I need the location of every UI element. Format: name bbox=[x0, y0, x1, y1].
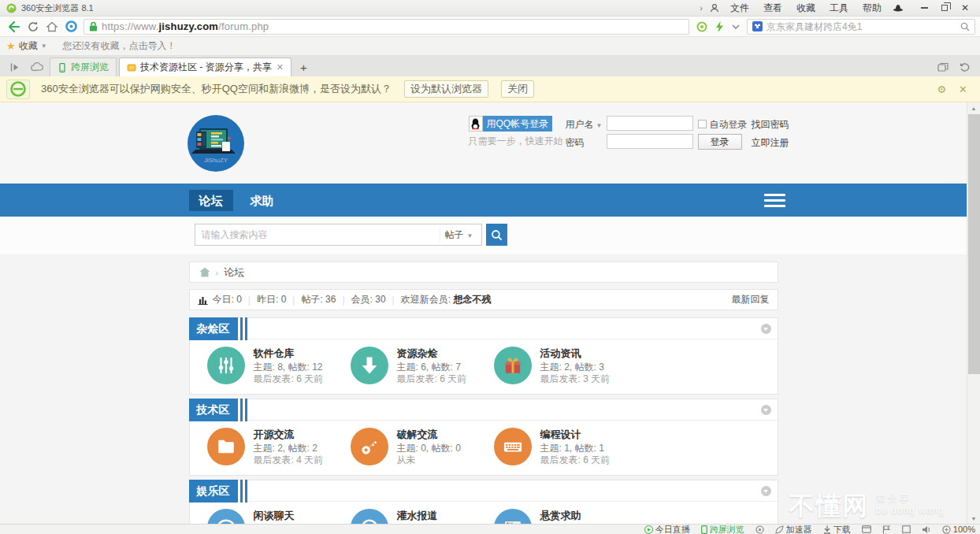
skin-icon[interactable] bbox=[889, 3, 908, 13]
notice-settings-icon[interactable]: ⚙ bbox=[930, 83, 952, 95]
latest-reply-link[interactable]: 最新回复 bbox=[732, 293, 770, 306]
section-collapse-icon[interactable] bbox=[761, 486, 771, 496]
url-text: https://www.jishuzy.com/forum.php bbox=[102, 20, 269, 32]
search-icon[interactable] bbox=[960, 22, 970, 32]
notice-dismiss-icon[interactable]: ✕ bbox=[952, 83, 974, 95]
forum-cracking[interactable]: 破解交流 主题: 0, 帖数: 0 从未 bbox=[351, 428, 494, 466]
section-collapse-icon[interactable] bbox=[761, 405, 771, 415]
scroll-down-icon[interactable]: ▼ bbox=[967, 513, 980, 524]
speed-icon[interactable] bbox=[711, 21, 728, 32]
cross-screen-button[interactable]: 跨屏浏览 bbox=[701, 524, 744, 534]
set-default-button[interactable]: 设为默认浏览器 bbox=[404, 80, 488, 98]
refresh-button[interactable] bbox=[24, 19, 43, 35]
key-icon bbox=[351, 428, 388, 465]
menu-file[interactable]: 文件 bbox=[723, 2, 756, 15]
tab-close-icon[interactable]: ✕ bbox=[277, 62, 284, 72]
username-input[interactable] bbox=[607, 116, 693, 131]
forum-section-fun: 娱乐区 闲谈聊天 bbox=[189, 480, 778, 524]
search-scope-dropdown[interactable]: 帖子▼ bbox=[440, 228, 481, 242]
site-logo[interactable]: JiShuZY bbox=[187, 115, 244, 172]
favorites-star-icon: ★ bbox=[6, 40, 16, 52]
download-button[interactable]: 下载 bbox=[823, 524, 851, 534]
reopen-tab-icon[interactable] bbox=[954, 57, 975, 76]
sidebar-toggle-icon[interactable] bbox=[5, 57, 25, 76]
tab-bar: 跨屏浏览 技术资源社区 - 资源分享，共享 ✕ + bbox=[0, 56, 980, 76]
flag-icon[interactable] bbox=[882, 525, 891, 534]
forum-chat[interactable]: 闲谈聊天 bbox=[207, 509, 351, 524]
notice-close-button[interactable]: 关闭 bbox=[501, 80, 534, 98]
login-button[interactable]: 登录 bbox=[698, 134, 742, 150]
auto-login-checkbox[interactable] bbox=[698, 120, 707, 128]
minimize-button[interactable] bbox=[914, 1, 934, 15]
360-browser-icon bbox=[6, 80, 30, 99]
breadcrumb-current[interactable]: 论坛 bbox=[224, 265, 244, 280]
cloud-sync-icon[interactable] bbox=[25, 57, 50, 76]
nav-forum[interactable]: 论坛 bbox=[189, 190, 233, 211]
bookmark-hint[interactable]: 您还没有收藏，点击导入！ bbox=[63, 39, 176, 53]
notification-bar: 360安全浏览器可以保护网购安全、秒开QQ空间和新浪微博，是否设为默认？ 设为默… bbox=[0, 76, 980, 102]
menu-help[interactable]: 帮助 bbox=[856, 2, 889, 15]
hamburger-icon[interactable] bbox=[764, 190, 785, 210]
windows-list-icon[interactable] bbox=[932, 57, 954, 76]
tab-cross-screen[interactable]: 跨屏浏览 bbox=[50, 57, 117, 76]
nav-help[interactable]: 求助 bbox=[240, 190, 284, 211]
speaker-icon[interactable] bbox=[922, 525, 931, 534]
forum-resources[interactable]: 资源杂烩 主题: 6, 帖数: 7 最后发表: 6 天前 bbox=[351, 347, 494, 385]
menu-view[interactable]: 查看 bbox=[756, 2, 789, 15]
forum-search-input[interactable] bbox=[195, 229, 440, 240]
tab-forum[interactable]: 技术资源社区 - 资源分享，共享 ✕ bbox=[119, 57, 291, 76]
forum-reward[interactable]: 悬赏求助 bbox=[494, 509, 637, 524]
quick-search-box[interactable] bbox=[747, 19, 975, 35]
360-wheel-icon[interactable] bbox=[61, 19, 80, 35]
password-input[interactable] bbox=[607, 134, 693, 149]
user-icon[interactable] bbox=[706, 3, 723, 13]
section-collapse-icon[interactable] bbox=[761, 324, 771, 334]
new-tab-button[interactable]: + bbox=[294, 57, 314, 76]
menu-favorites[interactable]: 收藏 bbox=[789, 2, 822, 15]
register-link[interactable]: 立即注册 bbox=[752, 136, 789, 150]
menu-tools[interactable]: 工具 bbox=[822, 2, 856, 15]
forum-programming[interactable]: 编程设计 主题: 1, 帖数: 1 最后发表: 6 天前 bbox=[494, 428, 637, 466]
site-header: JiShuZY 用QQ帐号登录 只需要一步，快速开始 用户名▼ 自动登录 找回密… bbox=[0, 102, 967, 184]
home-icon[interactable] bbox=[199, 267, 210, 277]
dropdown-caret-icon[interactable] bbox=[728, 24, 744, 29]
section-label[interactable]: 杂烩区 bbox=[189, 317, 238, 340]
hand-icon[interactable] bbox=[755, 525, 764, 534]
qq-login-button[interactable]: 用QQ帐号登录 bbox=[469, 116, 553, 132]
close-button[interactable]: ✕ bbox=[955, 1, 975, 15]
forum-search-button[interactable] bbox=[486, 224, 507, 246]
quick-search-input[interactable] bbox=[767, 21, 960, 32]
qq-penguin-icon bbox=[469, 116, 483, 132]
section-label[interactable]: 娱乐区 bbox=[189, 480, 238, 502]
back-button[interactable] bbox=[5, 19, 24, 35]
panel-icon[interactable] bbox=[902, 525, 911, 533]
restore-button[interactable] bbox=[934, 1, 955, 15]
find-password-link[interactable]: 找回密码 bbox=[752, 118, 789, 132]
window-icon[interactable] bbox=[862, 525, 871, 533]
favorites-label[interactable]: 收藏 bbox=[19, 39, 38, 53]
safety-check-icon[interactable] bbox=[692, 21, 711, 32]
section-label[interactable]: 技术区 bbox=[189, 399, 238, 421]
forum-search-field[interactable]: 帖子▼ bbox=[195, 224, 482, 246]
chevron-icon[interactable]: › bbox=[696, 3, 706, 13]
scrollbar-thumb[interactable] bbox=[968, 114, 980, 374]
home-button[interactable] bbox=[43, 19, 61, 35]
url-field[interactable]: https://www.jishuzy.com/forum.php bbox=[84, 19, 689, 35]
search-band: 帖子▼ bbox=[0, 217, 967, 254]
forum-section-tech: 技术区 开源交流 主题: 2, 帖数: 2 最后发表: 4 天前 bbox=[189, 399, 778, 476]
forum-software-repo[interactable]: 软件仓库 主题: 8, 帖数: 12 最后发表: 6 天前 bbox=[207, 347, 351, 385]
download-arrow-icon bbox=[351, 347, 388, 384]
forum-opensource[interactable]: 开源交流 主题: 2, 帖数: 2 最后发表: 4 天前 bbox=[207, 428, 351, 466]
new-member-link[interactable]: 想念不残 bbox=[453, 293, 491, 306]
accelerator-button[interactable]: 加速器 bbox=[775, 524, 812, 534]
password-label: 密码 bbox=[566, 136, 585, 150]
live-button[interactable]: 今日直播 bbox=[644, 524, 690, 534]
favorites-caret-icon[interactable]: ▼ bbox=[41, 43, 47, 50]
forum-water[interactable]: 灌水报道 bbox=[351, 509, 494, 524]
scrollbar[interactable]: ▲ ▼ bbox=[967, 102, 980, 524]
gift-icon bbox=[494, 347, 532, 384]
forum-activities[interactable]: 活动资讯 主题: 2, 帖数: 3 最后发表: 3 天前 bbox=[494, 347, 637, 385]
svg-text:JiShuZY: JiShuZY bbox=[203, 157, 228, 164]
scroll-up-icon[interactable]: ▲ bbox=[967, 102, 980, 113]
zoom-level[interactable]: 100% bbox=[942, 525, 975, 534]
